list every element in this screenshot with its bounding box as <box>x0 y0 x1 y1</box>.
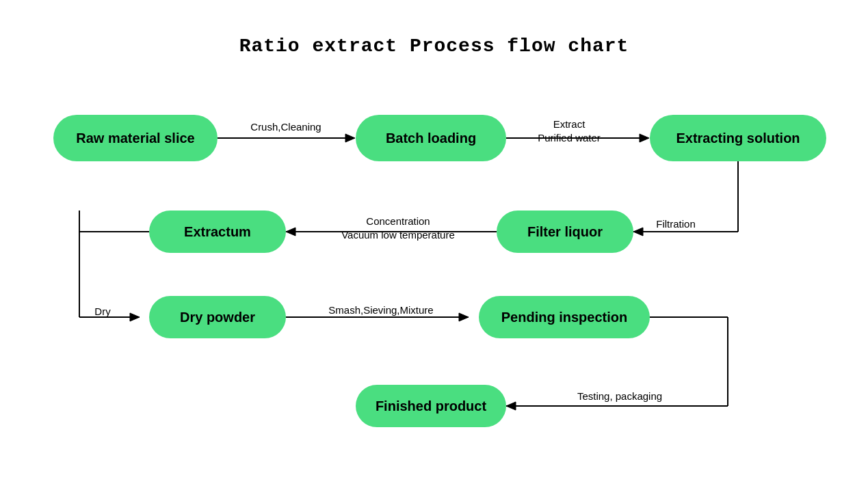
svg-marker-18 <box>506 402 516 410</box>
label-dry: Dry <box>82 305 123 318</box>
label-testing-packaging: Testing, packaging <box>544 390 695 403</box>
node-filter-liquor: Filter liquor <box>497 211 633 253</box>
node-batch-loading: Batch loading <box>356 115 506 161</box>
page-title: Ratio extract Process flow chart <box>0 0 868 57</box>
label-concentration: ConcentrationVacuum low temperature <box>309 215 487 243</box>
node-raw-material: Raw material slice <box>53 115 218 161</box>
label-filtration: Filtration <box>642 217 710 231</box>
node-dry-powder: Dry powder <box>149 296 286 338</box>
node-finished-product: Finished product <box>356 385 506 427</box>
svg-marker-1 <box>345 134 355 142</box>
label-smash: Smash,Sieving,Mixture <box>295 303 466 317</box>
svg-marker-8 <box>286 228 295 236</box>
svg-marker-12 <box>130 313 140 321</box>
label-extract-purified: ExtractPurified water <box>514 118 624 146</box>
node-extractum: Extractum <box>149 211 286 253</box>
label-crush-cleaning: Crush,Cleaning <box>231 120 341 134</box>
node-extracting-solution: Extracting solution <box>650 115 826 161</box>
node-pending-inspection: Pending inspection <box>479 296 650 338</box>
svg-marker-3 <box>640 134 649 142</box>
